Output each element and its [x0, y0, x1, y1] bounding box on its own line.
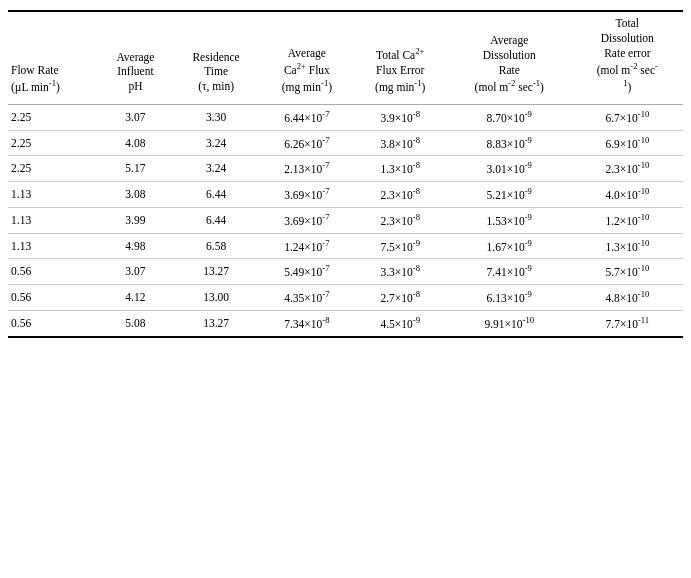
cell-diss-err: 7.7×10-11 [572, 310, 683, 336]
table-row: 1.133.086.443.69×10-72.3×10-85.21×10-94.… [8, 182, 683, 208]
cell-res-time: 3.24 [172, 156, 260, 182]
cell-avg-diss: 1.53×10-9 [447, 207, 572, 233]
cell-flow-rate: 0.56 [8, 310, 99, 336]
cell-avg-flux: 5.49×10-7 [260, 259, 353, 285]
header-avg-flux: AverageCa2+ Flux(mg min-1) [260, 11, 353, 100]
table-row: 2.255.173.242.13×10-71.3×10-83.01×10-92.… [8, 156, 683, 182]
table-body: 2.253.073.306.44×10-73.9×10-88.70×10-96.… [8, 104, 683, 336]
cell-flow-rate: 1.13 [8, 233, 99, 259]
cell-avg-flux: 3.69×10-7 [260, 182, 353, 208]
header-residence-time: ResidenceTime(τ, min) [172, 11, 260, 100]
table-row: 0.564.1213.004.35×10-72.7×10-86.13×10-94… [8, 285, 683, 311]
cell-avg-ph: 3.07 [99, 104, 172, 130]
cell-avg-diss: 8.83×10-9 [447, 130, 572, 156]
cell-avg-ph: 5.17 [99, 156, 172, 182]
cell-avg-ph: 5.08 [99, 310, 172, 336]
cell-avg-diss: 5.21×10-9 [447, 182, 572, 208]
cell-flux-err: 4.5×10-9 [354, 310, 447, 336]
cell-flux-err: 7.5×10-9 [354, 233, 447, 259]
cell-avg-diss: 9.91×10-10 [447, 310, 572, 336]
cell-flux-err: 2.3×10-8 [354, 207, 447, 233]
cell-diss-err: 6.9×10-10 [572, 130, 683, 156]
cell-flow-rate: 2.25 [8, 104, 99, 130]
cell-avg-ph: 4.08 [99, 130, 172, 156]
cell-res-time: 3.30 [172, 104, 260, 130]
cell-avg-diss: 1.67×10-9 [447, 233, 572, 259]
cell-avg-ph: 4.98 [99, 233, 172, 259]
cell-res-time: 13.27 [172, 310, 260, 336]
cell-avg-ph: 3.07 [99, 259, 172, 285]
cell-diss-err: 6.7×10-10 [572, 104, 683, 130]
header-avg-dissolution: AverageDissolutionRate(mol m-2 sec-1) [447, 11, 572, 100]
cell-avg-flux: 7.34×10-8 [260, 310, 353, 336]
cell-res-time: 6.58 [172, 233, 260, 259]
cell-diss-err: 1.3×10-10 [572, 233, 683, 259]
header-avg-ph: AverageInfluentpH [99, 11, 172, 100]
cell-flow-rate: 1.13 [8, 182, 99, 208]
cell-avg-diss: 8.70×10-9 [447, 104, 572, 130]
cell-diss-err: 4.0×10-10 [572, 182, 683, 208]
table-row: 1.134.986.581.24×10-77.5×10-91.67×10-91.… [8, 233, 683, 259]
cell-avg-diss: 7.41×10-9 [447, 259, 572, 285]
cell-diss-err: 4.8×10-10 [572, 285, 683, 311]
cell-avg-flux: 4.35×10-7 [260, 285, 353, 311]
cell-avg-flux: 1.24×10-7 [260, 233, 353, 259]
header-row: Flow Rate (µL min-1) AverageInfluentpH R… [8, 11, 683, 100]
cell-diss-err: 1.2×10-10 [572, 207, 683, 233]
cell-flow-rate: 0.56 [8, 285, 99, 311]
cell-flux-err: 3.8×10-8 [354, 130, 447, 156]
header-flux-error: Total Ca2+Flux Error(mg min-1) [354, 11, 447, 100]
cell-flux-err: 2.7×10-8 [354, 285, 447, 311]
cell-diss-err: 5.7×10-10 [572, 259, 683, 285]
cell-flux-err: 2.3×10-8 [354, 182, 447, 208]
table-row: 0.565.0813.277.34×10-84.5×10-99.91×10-10… [8, 310, 683, 336]
cell-flow-rate: 2.25 [8, 130, 99, 156]
table-row: 2.254.083.246.26×10-73.8×10-88.83×10-96.… [8, 130, 683, 156]
cell-avg-ph: 4.12 [99, 285, 172, 311]
table-row: 2.253.073.306.44×10-73.9×10-88.70×10-96.… [8, 104, 683, 130]
cell-res-time: 3.24 [172, 130, 260, 156]
cell-avg-ph: 3.08 [99, 182, 172, 208]
data-table: Flow Rate (µL min-1) AverageInfluentpH R… [8, 10, 683, 338]
cell-flux-err: 3.3×10-8 [354, 259, 447, 285]
cell-avg-diss: 6.13×10-9 [447, 285, 572, 311]
cell-avg-flux: 3.69×10-7 [260, 207, 353, 233]
cell-avg-diss: 3.01×10-9 [447, 156, 572, 182]
header-flow-rate: Flow Rate (µL min-1) [8, 11, 99, 100]
cell-res-time: 13.00 [172, 285, 260, 311]
table-row: 1.133.996.443.69×10-72.3×10-81.53×10-91.… [8, 207, 683, 233]
header-dissolution-error: TotalDissolutionRate error(mol m-2 sec-1… [572, 11, 683, 100]
table-row: 0.563.0713.275.49×10-73.3×10-87.41×10-95… [8, 259, 683, 285]
cell-avg-flux: 6.44×10-7 [260, 104, 353, 130]
cell-flow-rate: 1.13 [8, 207, 99, 233]
cell-flux-err: 3.9×10-8 [354, 104, 447, 130]
cell-res-time: 6.44 [172, 182, 260, 208]
cell-flow-rate: 0.56 [8, 259, 99, 285]
cell-avg-flux: 6.26×10-7 [260, 130, 353, 156]
cell-avg-ph: 3.99 [99, 207, 172, 233]
cell-res-time: 6.44 [172, 207, 260, 233]
cell-flow-rate: 2.25 [8, 156, 99, 182]
cell-diss-err: 2.3×10-10 [572, 156, 683, 182]
cell-flux-err: 1.3×10-8 [354, 156, 447, 182]
cell-avg-flux: 2.13×10-7 [260, 156, 353, 182]
cell-res-time: 13.27 [172, 259, 260, 285]
